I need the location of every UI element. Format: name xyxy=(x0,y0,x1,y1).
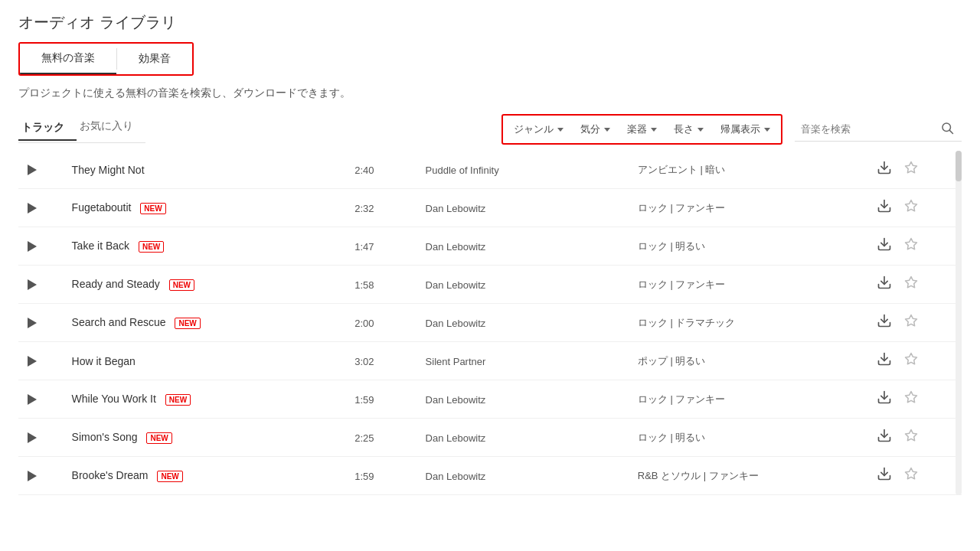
track-duration: 3:02 xyxy=(354,356,374,367)
download-button[interactable] xyxy=(874,388,895,410)
play-button[interactable] xyxy=(24,471,40,481)
genre-cell: ロック | ドラマチック xyxy=(632,304,867,342)
favorite-button[interactable] xyxy=(901,274,921,295)
download-button[interactable] xyxy=(874,235,895,257)
scrollbar-track[interactable] xyxy=(956,151,962,495)
track-artist: Dan Lebowitz xyxy=(426,432,486,444)
actions-cell xyxy=(867,151,962,189)
favorite-button[interactable] xyxy=(901,312,921,333)
download-button[interactable] xyxy=(874,350,895,372)
filters-wrapper: ジャンル 気分 楽器 長さ 帰属表示 xyxy=(501,114,782,145)
duration-cell: 2:32 xyxy=(348,189,419,227)
search-icon-button[interactable] xyxy=(939,121,956,138)
play-cell xyxy=(18,380,66,419)
play-button[interactable] xyxy=(24,279,40,290)
download-button[interactable] xyxy=(874,311,895,334)
download-button[interactable] xyxy=(874,197,895,219)
filter-genre[interactable]: ジャンル xyxy=(506,119,571,140)
play-button[interactable] xyxy=(24,165,40,175)
new-badge: NEW xyxy=(146,432,172,444)
table-row: How it Began 3:02 Silent Partner ポップ | 明… xyxy=(18,342,962,380)
favorite-button[interactable] xyxy=(901,465,921,486)
svg-marker-13 xyxy=(905,354,916,364)
sub-tab-tracks[interactable]: トラック xyxy=(18,118,77,141)
sub-tab-favorites[interactable]: お気に入り xyxy=(77,116,145,138)
filter-display[interactable]: 帰属表示 xyxy=(713,119,778,140)
track-duration: 1:47 xyxy=(354,241,374,253)
actions-cell xyxy=(867,304,962,342)
track-name: Take it Back xyxy=(72,240,129,252)
duration-cell: 2:25 xyxy=(348,419,419,457)
track-genre: ポップ | 明るい xyxy=(638,355,706,367)
favorite-button[interactable] xyxy=(901,159,921,180)
svg-marker-11 xyxy=(905,315,916,326)
download-button[interactable] xyxy=(874,426,895,448)
favorite-button[interactable] xyxy=(901,427,921,448)
download-button[interactable] xyxy=(874,465,895,487)
sub-tabs: トラック お気に入り xyxy=(18,116,145,143)
download-icon xyxy=(877,351,892,367)
duration-cell: 3:02 xyxy=(348,342,419,380)
table-row: Simon's Song NEW 2:25 Dan Lebowitz ロック |… xyxy=(18,419,962,457)
favorite-button[interactable] xyxy=(901,236,921,256)
track-actions xyxy=(874,350,956,372)
artist-cell: Puddle of Infinity xyxy=(420,151,632,189)
download-button[interactable] xyxy=(874,273,895,295)
main-tabs-wrapper: 無料の音楽 効果音 xyxy=(18,42,194,76)
search-icon xyxy=(940,121,954,135)
duration-cell: 1:58 xyxy=(348,266,419,304)
tracks-area: They Might Not 2:40 Puddle of Infinity ア… xyxy=(18,151,962,495)
svg-marker-3 xyxy=(905,162,916,173)
star-icon xyxy=(904,467,918,481)
favorite-button[interactable] xyxy=(901,197,921,218)
track-name: Ready and Steady xyxy=(72,278,160,290)
favorite-button[interactable] xyxy=(901,389,921,409)
track-actions xyxy=(874,465,956,487)
star-icon xyxy=(904,276,918,289)
scrollbar-thumb[interactable] xyxy=(956,151,962,181)
genre-cell: ロック | 明るい xyxy=(632,227,867,266)
play-button[interactable] xyxy=(24,394,40,405)
download-icon xyxy=(877,236,892,252)
play-button[interactable] xyxy=(24,356,40,367)
play-button[interactable] xyxy=(24,318,40,328)
track-genre: アンビエント | 暗い xyxy=(638,164,726,175)
star-icon xyxy=(904,237,918,251)
artist-cell: Dan Lebowitz xyxy=(420,304,632,342)
play-button[interactable] xyxy=(24,241,40,252)
track-name: Simon's Song xyxy=(72,431,138,443)
filter-mood[interactable]: 気分 xyxy=(573,119,618,140)
track-duration: 2:00 xyxy=(354,318,374,329)
play-icon xyxy=(28,165,37,175)
svg-marker-5 xyxy=(905,201,916,211)
play-icon xyxy=(28,394,37,405)
favorite-button[interactable] xyxy=(901,350,921,371)
star-icon xyxy=(904,352,918,366)
filter-instrument[interactable]: 楽器 xyxy=(619,119,665,140)
play-icon xyxy=(28,318,37,328)
svg-line-1 xyxy=(949,130,952,133)
download-button[interactable] xyxy=(874,158,895,181)
track-duration: 2:40 xyxy=(354,165,374,176)
track-name: Brooke's Dream xyxy=(72,469,149,481)
search-input[interactable] xyxy=(801,123,939,135)
track-duration: 1:59 xyxy=(354,471,374,482)
svg-marker-15 xyxy=(905,392,916,403)
download-icon xyxy=(877,198,892,214)
tab-free-music[interactable]: 無料の音楽 xyxy=(20,44,116,74)
genre-cell: ロック | ファンキー xyxy=(632,380,867,419)
play-button[interactable] xyxy=(24,432,40,443)
play-button[interactable] xyxy=(24,203,40,214)
tab-effects[interactable]: 効果音 xyxy=(117,44,192,74)
table-row: Ready and Steady NEW 1:58 Dan Lebowitz ロ… xyxy=(18,266,962,304)
play-cell xyxy=(18,304,66,342)
track-artist: Silent Partner xyxy=(426,356,486,367)
new-badge: NEW xyxy=(169,279,194,291)
genre-cell: ロック | 明るい xyxy=(632,419,867,457)
table-row: Search and Rescue NEW 2:00 Dan Lebowitz … xyxy=(18,304,962,342)
play-icon xyxy=(28,471,37,481)
track-duration: 2:25 xyxy=(354,432,374,444)
table-row: While You Work It NEW 1:59 Dan Lebowitz … xyxy=(18,380,962,419)
filter-length[interactable]: 長さ xyxy=(666,119,711,140)
play-cell xyxy=(18,419,66,457)
